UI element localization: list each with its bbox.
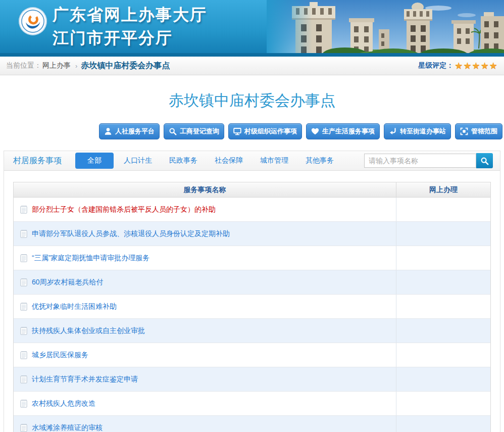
table-row: 城乡居民医保服务	[14, 343, 490, 367]
document-icon	[20, 205, 27, 214]
quick-button-2[interactable]: 村级组织运作事项	[228, 123, 302, 139]
online-handle-cell	[396, 198, 490, 221]
star-icon: ★	[481, 61, 489, 71]
monitor-icon	[233, 127, 241, 135]
online-handle-cell	[396, 367, 490, 391]
quick-button-label: 管辖范围	[471, 127, 497, 136]
service-item-link[interactable]: 城乡居民医保服务	[32, 351, 88, 360]
tab-1[interactable]: 人口计生	[117, 153, 159, 169]
quick-button-label: 转至街道办事站	[400, 127, 446, 136]
star-icon: ★	[489, 61, 498, 71]
banner-titles: 广东省网上办事大厅 江门市开平分厅	[53, 3, 207, 50]
table-header: 服务事项名称 网上办理	[14, 182, 490, 198]
quick-button-label: 工商登记查询	[180, 127, 219, 136]
breadcrumb: 当前位置： 网上办事 › 赤坎镇中庙村委会办事点 星级评定： ★★★★★	[0, 57, 504, 75]
quick-button-4[interactable]: 转至街道办事站	[384, 123, 451, 139]
quick-buttons: 人社服务平台 工商登记查询 村级组织运作事项 生产生活服务事项 转至街道办事站 …	[0, 123, 504, 139]
quick-button-label: 人社服务平台	[115, 127, 155, 136]
document-icon	[20, 229, 27, 238]
table-row: 申请部分军队退役人员参战、涉核退役人员身份认定及定期补助	[14, 222, 490, 246]
table-row: 60周岁农村籍老兵给付	[14, 270, 490, 295]
banner-title-line1: 广东省网上办事大厅	[53, 3, 207, 26]
search-input[interactable]	[364, 154, 476, 168]
page-title: 赤坎镇中庙村委会办事点	[0, 90, 504, 111]
service-table-body: 部分烈士子女（含建国前错杀后被平反人员的子女）的补助 申请部分军队退役人员参战、…	[14, 198, 490, 432]
online-handle-cell	[396, 295, 490, 318]
document-icon	[20, 399, 27, 408]
tab-2[interactable]: 民政事务	[162, 153, 205, 169]
table-row: 优抚对象临时生活困难补助	[14, 295, 490, 319]
service-item-link[interactable]: 60周岁农村籍老兵给付	[32, 278, 104, 287]
service-item-link[interactable]: “三属”家庭定期抚恤申请审批办理服务	[32, 254, 149, 263]
quick-button-1[interactable]: 工商登记查询	[164, 123, 224, 139]
quick-button-3[interactable]: 生产生活服务事项	[306, 123, 380, 139]
search-icon	[480, 157, 489, 165]
table-row: 扶持残疾人集体创业或自主创业审批	[14, 319, 490, 343]
service-table: 服务事项名称 网上办理 部分烈士子女（含建国前错杀后被平反人员的子女）的补助 申…	[13, 182, 491, 432]
breadcrumb-parent-link[interactable]: 网上办事	[42, 61, 71, 70]
heart-icon	[311, 127, 319, 135]
table-row: 计划生育节育手术并发症鉴定申请	[14, 367, 490, 392]
document-icon	[20, 375, 27, 383]
site-banner: 广东省网上办事大厅 江门市开平分厅	[0, 0, 504, 57]
column-header-service-name: 服务事项名称	[14, 182, 396, 197]
document-icon	[20, 302, 27, 311]
online-handle-cell	[396, 416, 490, 432]
quick-button-label: 村级组织运作事项	[244, 127, 297, 136]
service-item-link[interactable]: 部分烈士子女（含建国前错杀后被平反人员的子女）的补助	[32, 205, 216, 214]
breadcrumb-current-page: 赤坎镇中庙村委会办事点	[81, 61, 170, 71]
quick-button-5[interactable]: 管辖范围	[455, 123, 502, 139]
quick-button-label: 生产生活服务事项	[322, 127, 375, 136]
online-handle-cell	[396, 246, 490, 270]
table-row: 水域滩涂养殖证的审核	[14, 416, 490, 432]
breadcrumb-location-label: 当前位置：	[6, 61, 41, 70]
rating: 星级评定： ★★★★★	[418, 61, 498, 70]
tab-5[interactable]: 其他事务	[298, 153, 341, 169]
star-icon: ★	[463, 61, 472, 71]
rating-label: 星级评定：	[418, 61, 453, 70]
table-row: 部分烈士子女（含建国前错杀后被平反人员的子女）的补助	[14, 198, 490, 222]
table-row: 农村残疾人危房改造	[14, 392, 490, 416]
document-icon	[20, 326, 27, 335]
online-handle-cell	[396, 343, 490, 367]
page: 广东省网上办事大厅 江门市开平分厅 当前位置： 网上办事 › 赤坎镇中庙村委会办…	[0, 0, 504, 432]
expand-icon	[460, 127, 468, 135]
filter-bar: 村居服务事项 全部人口计生民政事务社会保障城市管理其他事务	[4, 151, 500, 171]
document-icon	[20, 278, 27, 286]
section-label: 村居服务事项	[13, 156, 62, 166]
search-group	[364, 153, 493, 168]
table-row: “三属”家庭定期抚恤申请审批办理服务	[14, 246, 490, 270]
document-icon	[20, 254, 27, 262]
service-item-link[interactable]: 计划生育节育手术并发症鉴定申请	[32, 375, 138, 384]
star-icon: ★	[455, 61, 463, 71]
banner-title-line2: 江门市开平分厅	[53, 26, 207, 50]
online-handle-cell	[396, 222, 490, 246]
search-button[interactable]	[476, 153, 493, 168]
online-handle-cell	[396, 270, 490, 294]
service-item-link[interactable]: 水域滩涂养殖证的审核	[32, 423, 103, 432]
tab-0[interactable]: 全部	[75, 153, 114, 169]
service-item-link[interactable]: 申请部分军队退役人员参战、涉核退役人员身份认定及定期补助	[32, 229, 230, 238]
category-tabs: 全部人口计生民政事务社会保障城市管理其他事务	[74, 153, 342, 169]
person-icon	[104, 127, 112, 135]
service-item-link[interactable]: 扶持残疾人集体创业或自主创业审批	[32, 326, 145, 335]
banner-bottom-bar	[0, 53, 504, 57]
column-header-online-handle: 网上办理	[396, 182, 490, 197]
tab-4[interactable]: 城市管理	[253, 153, 295, 169]
document-icon	[20, 351, 27, 359]
online-handle-cell	[396, 319, 490, 343]
kaiping-diaolou-photo	[267, 0, 504, 57]
service-item-link[interactable]: 农村残疾人危房改造	[32, 399, 95, 408]
magnifier-icon	[169, 127, 177, 135]
content-box: 村居服务事项 全部人口计生民政事务社会保障城市管理其他事务 服务事项名称 网上办…	[4, 151, 500, 432]
star-icon: ★	[472, 61, 481, 71]
document-icon	[20, 423, 27, 432]
star-rating: ★★★★★	[455, 61, 498, 70]
quick-button-0[interactable]: 人社服务平台	[99, 123, 160, 139]
gdbs-logo	[18, 7, 47, 36]
return-arrow-icon	[389, 127, 397, 135]
service-item-link[interactable]: 优抚对象临时生活困难补助	[32, 302, 117, 311]
breadcrumb-separator-icon: ›	[75, 62, 77, 70]
tab-3[interactable]: 社会保障	[208, 153, 250, 169]
online-handle-cell	[396, 392, 490, 415]
